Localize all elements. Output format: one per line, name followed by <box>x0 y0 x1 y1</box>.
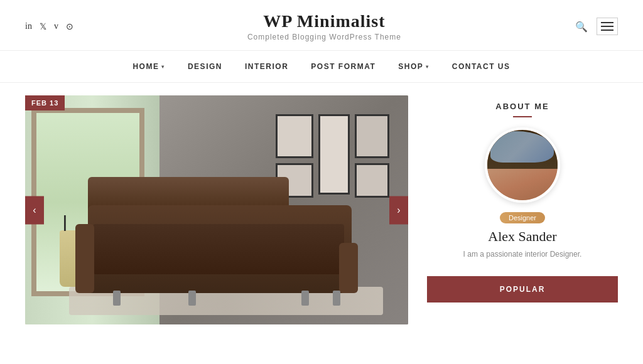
sofa-leg-3 <box>301 291 309 306</box>
nav-item-post-format[interactable]: POST FORMAT <box>300 60 387 73</box>
sofa-leg-2 <box>188 291 196 306</box>
popular-button[interactable]: POPULAR <box>427 276 618 302</box>
main-navigation: HOME ▾ DESIGN INTERIOR POST FORMAT SHOP … <box>0 51 643 83</box>
room-background: ||| <box>25 95 408 324</box>
sofa-leg-4 <box>333 291 340 306</box>
hamburger-menu-button[interactable] <box>597 18 618 35</box>
nav-item-shop[interactable]: SHOP ▾ <box>387 60 441 73</box>
nav-item-design[interactable]: DESIGN <box>176 60 234 73</box>
slider-prev-button[interactable]: ‹ <box>25 196 44 224</box>
main-content: FEB 13 ||| <box>0 95 643 324</box>
date-badge: FEB 13 <box>25 95 65 110</box>
avatar <box>485 127 560 203</box>
menu-line-1 <box>601 22 613 23</box>
role-badge: Designer <box>500 212 545 223</box>
nav-item-contact[interactable]: CONTACT US <box>441 60 522 73</box>
about-title: ABOUT ME <box>427 102 618 111</box>
site-branding: WP Minimalist Completed Blogging WordPre… <box>247 11 401 41</box>
vase-sticks: ||| <box>63 211 64 232</box>
slider-next-button[interactable]: › <box>389 196 408 224</box>
nav-item-interior[interactable]: INTERIOR <box>234 60 300 73</box>
frame-5 <box>355 163 389 198</box>
about-widget: ABOUT ME Designer Alex Sander I am a pas… <box>427 95 618 266</box>
site-title: WP Minimalist <box>247 11 401 31</box>
chevron-down-icon: ▾ <box>161 64 165 70</box>
nav-item-home[interactable]: HOME ▾ <box>121 60 176 73</box>
vimeo-icon[interactable]: v <box>54 21 58 31</box>
sofa-seat <box>93 224 344 274</box>
sofa-armrest-right <box>339 243 358 293</box>
site-header: in 𝕏 v ⊙ WP Minimalist Completed Bloggin… <box>0 0 643 51</box>
twitter-icon[interactable]: 𝕏 <box>40 21 46 32</box>
linkedin-icon[interactable]: in <box>25 21 32 31</box>
featured-slider: FEB 13 ||| <box>25 95 408 324</box>
menu-line-3 <box>601 29 613 31</box>
social-links: in 𝕏 v ⊙ <box>25 21 73 32</box>
sofa-armrest-left <box>75 224 94 293</box>
frame-3 <box>355 114 389 158</box>
chevron-down-icon-shop: ▾ <box>426 64 430 70</box>
search-button[interactable]: 🔍 <box>575 21 588 33</box>
slider-image: ||| <box>25 95 408 324</box>
frame-1 <box>276 114 313 158</box>
site-subtitle: Completed Blogging WordPress Theme <box>247 33 401 41</box>
about-title-underline <box>513 116 532 117</box>
instagram-icon[interactable]: ⊙ <box>66 21 73 32</box>
sofa-leg-1 <box>113 291 121 306</box>
frame-2 <box>318 114 350 195</box>
person-description: I am a passionate interior Designer. <box>427 249 618 260</box>
wall-art-frames <box>276 114 389 198</box>
sidebar: ABOUT ME Designer Alex Sander I am a pas… <box>427 95 618 324</box>
menu-line-2 <box>601 26 613 27</box>
person-name: Alex Sander <box>427 228 618 245</box>
header-actions: 🔍 <box>575 18 618 35</box>
